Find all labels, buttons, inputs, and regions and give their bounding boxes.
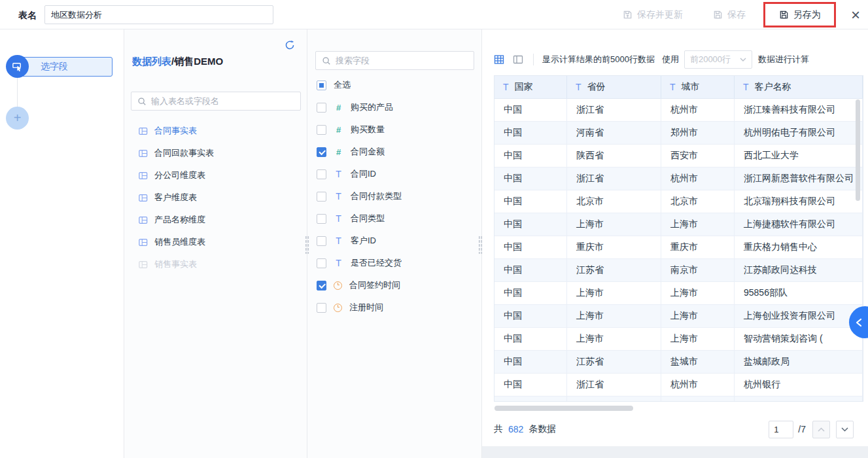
table-name-label: 产品名称维度 bbox=[154, 214, 205, 226]
table-list-item[interactable]: 销售事实表 bbox=[124, 253, 307, 275]
chevron-left-icon bbox=[854, 317, 863, 328]
table-name-label: 销售事实表 bbox=[154, 258, 197, 270]
cell-customer: 西北工业大学 bbox=[735, 145, 863, 167]
field-item[interactable]: 注册时间 bbox=[317, 296, 476, 319]
field-item[interactable]: 合同类型 bbox=[317, 207, 476, 230]
field-checkbox[interactable] bbox=[317, 214, 326, 224]
column-header-label: 客户名称 bbox=[755, 81, 791, 93]
field-checkbox[interactable] bbox=[317, 281, 326, 291]
table-row: 中国 重庆市 重庆市 重庆格力销售中心 bbox=[495, 236, 863, 259]
field-search-box bbox=[315, 51, 474, 70]
field-checkbox[interactable] bbox=[317, 103, 326, 113]
column-header-label: 国家 bbox=[515, 81, 533, 93]
table-row: 中国 上海市 上海市 上海创业投资有限公司 bbox=[495, 305, 863, 328]
field-type-icon bbox=[334, 258, 343, 268]
save-as-icon bbox=[779, 10, 789, 20]
cell-city: 盐城市 bbox=[661, 351, 735, 373]
cell-country: 中国 bbox=[495, 305, 567, 327]
cell-country: 中国 bbox=[495, 236, 567, 258]
field-checkbox[interactable] bbox=[317, 147, 326, 157]
field-item[interactable]: 客户ID bbox=[317, 230, 476, 252]
table-list-item[interactable]: 分公司维度表 bbox=[124, 164, 307, 186]
table-list-item[interactable]: 客户维度表 bbox=[124, 186, 307, 209]
table-search-input[interactable] bbox=[151, 96, 300, 106]
table-list-item[interactable]: 产品名称维度 bbox=[124, 209, 307, 231]
table-list-item[interactable]: 合同回款事实表 bbox=[124, 142, 307, 164]
page-number-input[interactable] bbox=[769, 421, 793, 438]
table-icon bbox=[139, 127, 148, 135]
table-name-label: 销售员维度表 bbox=[154, 236, 205, 248]
field-label: 客户ID bbox=[351, 235, 376, 247]
field-checkbox[interactable] bbox=[317, 125, 326, 135]
table-row: 中国 浙江省 杭州市 浙江网新恩普软件有限公司 bbox=[495, 167, 863, 190]
cell-province: 上海市 bbox=[567, 305, 661, 327]
preview-toolbar: 显示计算结果的前5000行数据 使用 前20000行 数据进行计算 bbox=[494, 50, 809, 69]
data-list-panel: 数据列表/销售DEMO 合同事实表 合同回款事实表 分公司维度表 bbox=[124, 29, 307, 458]
select-all-row[interactable]: 全选 bbox=[317, 75, 351, 95]
select-field-node-icon bbox=[6, 55, 29, 78]
table-row: 中国 浙江省 杭州市 杭州银行 bbox=[495, 374, 863, 396]
search-icon bbox=[322, 56, 331, 65]
select-field-step-button[interactable]: 选字段 bbox=[18, 57, 113, 77]
refresh-icon[interactable] bbox=[285, 40, 295, 50]
table-row: 中国 陕西省 西安市 西北工业大学 bbox=[495, 145, 863, 167]
field-item[interactable]: 合同金额 bbox=[317, 141, 476, 163]
close-icon[interactable] bbox=[845, 0, 866, 29]
grid-view-icon[interactable] bbox=[494, 54, 504, 65]
field-checkbox[interactable] bbox=[317, 169, 326, 179]
save-and-update-button[interactable]: 保存并更新 bbox=[623, 0, 683, 29]
field-checkbox[interactable] bbox=[317, 258, 326, 268]
cell-customer: 95856部队 bbox=[735, 282, 863, 304]
row-limit-value: 前20000行 bbox=[690, 54, 731, 65]
cell-province: 浙江省 bbox=[567, 167, 661, 190]
field-item[interactable]: 购买的产品 bbox=[317, 96, 476, 118]
table-name-label: 分公司维度表 bbox=[154, 169, 205, 181]
field-type-icon bbox=[334, 103, 343, 113]
cell-city: 杭州市 bbox=[661, 99, 735, 121]
field-checkbox[interactable] bbox=[317, 236, 326, 246]
field-item[interactable]: 购买数量 bbox=[317, 118, 476, 141]
node-canvas-sidebar: 选字段 bbox=[0, 29, 124, 458]
preview-table-header: T 国家 T 省份 T 城市 T 客户名称 bbox=[495, 76, 863, 99]
previous-page-button[interactable] bbox=[812, 421, 830, 438]
save-button[interactable]: 保存 bbox=[713, 0, 746, 29]
add-step-button[interactable] bbox=[6, 107, 29, 130]
table-row: 中国 上海市 上海市 智动营销策划咨询 ( bbox=[495, 328, 863, 351]
field-type-icon bbox=[334, 125, 343, 135]
cell-province: 北京市 bbox=[567, 396, 661, 402]
table-list-item[interactable]: 销售员维度表 bbox=[124, 231, 307, 253]
data-list-link[interactable]: 数据列表 bbox=[132, 56, 171, 67]
table-list-item[interactable]: 合同事实表 bbox=[124, 120, 307, 142]
table-name-label: 客户维度表 bbox=[154, 192, 197, 203]
cell-city: 上海市 bbox=[661, 305, 735, 327]
vertical-scrollbar[interactable] bbox=[856, 99, 860, 201]
save-as-button[interactable]: 另存为 bbox=[779, 4, 821, 26]
field-item[interactable]: 是否已经交货 bbox=[317, 252, 476, 274]
freeze-column-view-icon[interactable] bbox=[513, 54, 523, 65]
cell-city: 上海市 bbox=[661, 328, 735, 350]
field-item[interactable]: 合同签约时间 bbox=[317, 274, 476, 296]
field-checkbox[interactable] bbox=[317, 192, 326, 202]
field-search-input[interactable] bbox=[336, 56, 474, 65]
field-label: 是否已经交货 bbox=[351, 257, 402, 269]
preview-table-body: 中国 浙江省 杭州市 浙江臻善科技有限公司 中国 河南省 郑州市 杭州明佑电子有… bbox=[495, 99, 863, 402]
select-all-checkbox[interactable] bbox=[317, 80, 326, 90]
field-item[interactable]: 合同ID bbox=[317, 163, 476, 185]
panel-resize-handle-left[interactable] bbox=[305, 236, 309, 254]
panel-resize-handle-right[interactable] bbox=[478, 236, 483, 254]
table-row: 中国 上海市 上海市 上海捷穗软件有限公司 bbox=[495, 213, 863, 236]
cell-country: 中国 bbox=[495, 351, 567, 373]
cell-province: 陕西省 bbox=[567, 145, 661, 167]
field-item[interactable]: 合同付款类型 bbox=[317, 185, 476, 207]
field-label: 合同类型 bbox=[351, 213, 385, 224]
text-type-icon: T bbox=[743, 82, 749, 92]
next-page-button[interactable] bbox=[836, 421, 854, 438]
field-checkbox[interactable] bbox=[317, 303, 326, 313]
data-preview-panel: 显示计算结果的前5000行数据 使用 前20000行 数据进行计算 T 国家 T… bbox=[482, 29, 868, 446]
table-name-input[interactable] bbox=[44, 5, 273, 24]
table-row: 中国 北京市 北京市 北京瑞翔科技有限公司 bbox=[495, 190, 863, 213]
row-limit-select[interactable]: 前20000行 bbox=[684, 50, 752, 69]
current-package-label: /销售DEMO bbox=[171, 56, 223, 67]
horizontal-scrollbar[interactable] bbox=[495, 406, 633, 411]
cell-city: 杭州市 bbox=[661, 167, 735, 190]
